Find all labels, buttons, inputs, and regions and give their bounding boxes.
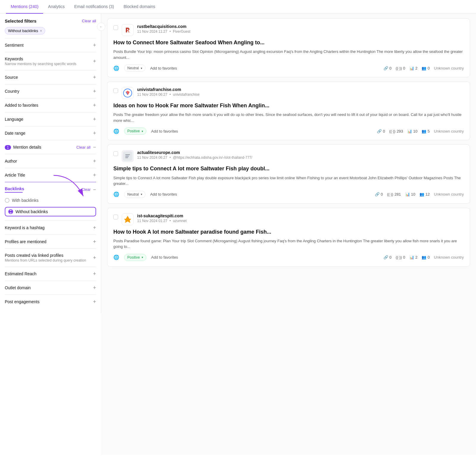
mention-details-clear-button[interactable]: Clear all [76, 145, 91, 150]
filter-section-country: Country + [5, 84, 96, 98]
stat-visits-4: 📊 2 [409, 255, 417, 260]
filter-section-source: Source + [5, 70, 96, 84]
selected-filters-header: Selected filters Clear all [5, 18, 96, 23]
people-icon-3: 👥 [419, 192, 424, 196]
filter-plus-icon-keyword_hashtag: + [93, 225, 96, 230]
sidebar: Selected filters Clear all Without backl… [0, 14, 101, 313]
backlinks-title: Backlinks [5, 186, 24, 191]
mention-date-author-2: 11 Nov 2024 06:27 • univistafranchise [137, 92, 464, 97]
app-container: Mentions (240)AnalyticsEmail notificatio… [0, 0, 476, 455]
tab-analytics[interactable]: Analytics [43, 0, 69, 14]
sentiment-button-1[interactable]: Neutral ▾ [124, 65, 145, 72]
link-icon-1: 🔗 [383, 66, 388, 70]
mention-excerpt-4: Posts Paradise found game: Plan Your tri… [113, 238, 464, 250]
active-filter-tag: Without backlinks × [5, 27, 45, 34]
content-area: rustbeltacquisitions.com 11 Nov 2024 11:… [101, 14, 476, 455]
mention-meta-1: rustbeltacquisitions.com 11 Nov 2024 11:… [137, 24, 464, 34]
filter-section-keywords: Keywords Narrow mentions by searching sp… [5, 52, 96, 70]
mention-date-author-3: 11 Nov 2024 06:27 • @https://echhata.odi… [137, 155, 464, 160]
add-favorites-button-1[interactable]: Add to favorites [150, 66, 177, 70]
clear-all-button[interactable]: Clear all [82, 19, 96, 23]
filter-plus-icon-profiles_mentioned: + [93, 239, 96, 244]
mention-meta-4: ist-sukacagitespiti.com 11 Nov 2024 01:2… [137, 213, 464, 223]
mention-footer-3: 🌐 Neutral ▾ Add to favorites 🔗 0 ((·)) 2… [113, 191, 464, 198]
mention-details-minus-icon: − [93, 144, 96, 150]
stat-reach-4: ((·)) 0 [396, 255, 405, 260]
mention-globe-icon-3: 🌐 [113, 191, 119, 197]
mention-checkbox-4[interactable] [113, 215, 118, 219]
mention-checkbox-2[interactable] [113, 88, 118, 93]
mention-title-3: Simple tips to Connect A lot more Saltwa… [113, 165, 464, 172]
mention-logo-2 [122, 87, 134, 99]
stat-visits-3: 📊 10 [405, 192, 415, 196]
mention-logo-1 [122, 24, 134, 36]
filter-section-profiles_mentioned: Profiles are mentioned + [5, 235, 96, 249]
signal-icon-2: ((·)) [389, 129, 395, 133]
mention-country-1: Unknown country [434, 66, 464, 70]
filter-section-outlet_domain: Outlet domain + [5, 281, 96, 295]
mention-country-2: Unknown country [434, 129, 464, 133]
stat-interactions-2: 👥 5 [422, 129, 430, 133]
mention-checkbox-3[interactable] [113, 151, 118, 156]
link-icon-4: 🔗 [383, 255, 388, 260]
filter-section-article_title: Article Title + [5, 168, 96, 182]
add-favorites-button-2[interactable]: Add to favorites [151, 129, 178, 133]
stat-reach-2: ((·)) 293 [389, 129, 403, 133]
filter-section-backlinks: Backlinks Clear − With backlinks Wi [5, 182, 96, 221]
mention-globe-icon-1: 🌐 [113, 65, 119, 71]
radio-with [5, 198, 10, 203]
backlinks-with-option[interactable]: With backlinks [5, 196, 96, 205]
sentiment-button-3[interactable]: Neutral ▾ [124, 191, 145, 198]
backlinks-without-option[interactable]: Without backlinks [5, 207, 96, 216]
mention-card-1: rustbeltacquisitions.com 11 Nov 2024 11:… [107, 18, 470, 77]
mention-excerpt-3: Simple tips to Connect A lot more Saltwa… [113, 175, 464, 187]
tag-close-icon[interactable]: × [40, 29, 42, 33]
signal-icon-3: ((·)) [387, 192, 393, 196]
stat-reach-3: ((·)) 281 [387, 192, 401, 196]
tab-email[interactable]: Email notifications (3) [69, 0, 119, 14]
mention-stats-3: 🔗 0 ((·)) 281 📊 10 👥 12 Unknown country [375, 192, 464, 196]
mention-country-4: Unknown country [434, 255, 464, 260]
mention-logo-3 [122, 150, 134, 162]
people-icon-4: 👥 [422, 255, 426, 260]
filter-plus-icon-country: + [93, 89, 96, 94]
filter-plus-icon-daterange: + [93, 130, 96, 136]
mention-footer-2: 🌐 Positive ▾ Add to favorites 🔗 0 ((·)) … [113, 128, 464, 135]
sidebar-toggle[interactable]: ← [97, 23, 105, 31]
tab-blocked[interactable]: Blocked domains [119, 0, 160, 14]
mention-excerpt-2: Posts The greater freedom your allow the… [113, 112, 464, 123]
chart-icon-3: 📊 [405, 192, 410, 196]
mention-domain-1: rustbeltacquisitions.com [137, 24, 464, 29]
mention-globe-icon-4: 🌐 [113, 254, 119, 260]
add-favorites-button-4[interactable]: Add to favorites [151, 255, 178, 260]
filter-plus-icon-article_title: + [93, 172, 96, 178]
filter-plus-icon-sentiment: + [93, 43, 96, 48]
filter-section-mention-details: 1 Mention details Clear all − [5, 140, 96, 154]
mention-stats-4: 🔗 0 ((·)) 0 📊 2 👥 0 Unknown country [383, 255, 464, 260]
mention-date-author-1: 11 Nov 2024 11:27 • FiverGuest [137, 29, 464, 34]
filter-section-daterange: Date range + [5, 126, 96, 140]
sentiment-button-4[interactable]: Positive ▾ [124, 254, 146, 261]
svg-rect-5 [125, 157, 128, 158]
filter-plus-icon-author: + [93, 158, 96, 164]
filter-plus-icon-source: + [93, 75, 96, 80]
tab-mentions[interactable]: Mentions (240) [6, 0, 43, 14]
mention-meta-3: actualiteseurope.com 11 Nov 2024 06:27 •… [137, 150, 464, 160]
chart-icon-2: 📊 [407, 129, 412, 133]
sentiment-button-2[interactable]: Positive ▾ [124, 128, 146, 135]
mention-title-1: How to Connect More Saltwater Seafood Wh… [113, 39, 464, 46]
mention-checkbox-1[interactable] [113, 25, 118, 30]
filter-section-sentiment: Sentiment + [5, 38, 96, 52]
backlinks-clear-button[interactable]: Clear [81, 187, 90, 192]
filter-section-posts_linked: Posts created via linked profiles Mentio… [5, 249, 96, 267]
mention-globe-icon-2: 🌐 [113, 128, 119, 134]
filter-plus-icon-outlet_domain: + [93, 285, 96, 290]
filter-section-keyword_hashtag: Keyword is a hashtag + [5, 221, 96, 235]
stat-links-2: 🔗 0 [377, 129, 385, 133]
mention-footer-1: 🌐 Neutral ▾ Add to favorites 🔗 0 ((·)) 0… [113, 65, 464, 72]
add-favorites-button-3[interactable]: Add to favorites [150, 192, 177, 196]
filter-plus-icon-language: + [93, 117, 96, 122]
link-icon-3: 🔗 [375, 192, 380, 196]
filter-plus-icon-posts_linked: + [93, 255, 96, 260]
signal-icon-1: ((·)) [396, 66, 402, 70]
